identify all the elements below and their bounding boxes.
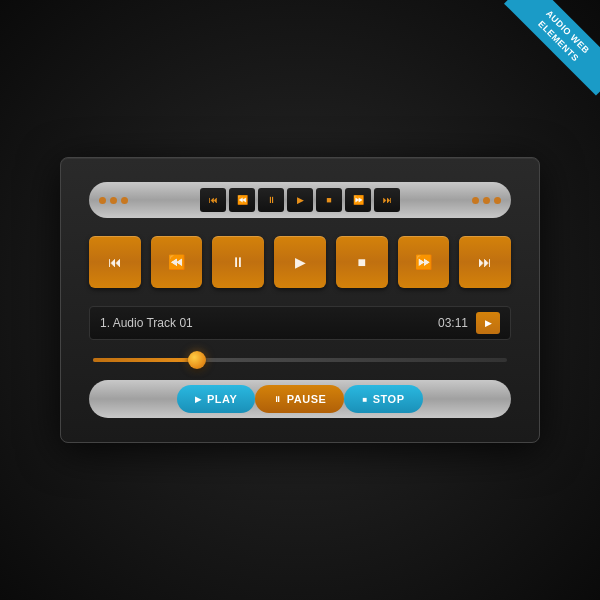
play-label: PLAY [207,393,237,405]
pause-compact-button[interactable]: ⏸ [258,188,284,212]
play-icon: ▶ [195,395,202,404]
stop-compact-button[interactable]: ■ [316,188,342,212]
compact-control-bar: ⏮ ⏪ ⏸ ▶ ■ ⏩ ⏭ [89,182,511,218]
next-large-button[interactable]: ⏩ [398,236,450,288]
pause-icon: ⏸ [273,395,282,404]
skip-forward-large-button[interactable]: ⏭ [459,236,511,288]
volume-slider-track[interactable] [93,358,507,362]
stop-label: STOP [373,393,405,405]
prev-large-button[interactable]: ⏪ [151,236,203,288]
slider-row [89,358,511,362]
action-bar: ▶ PLAY ⏸ PAUSE ■ STOP [89,380,511,418]
pause-action-button[interactable]: ⏸ PAUSE [255,385,344,413]
slider-fill [93,358,197,362]
skip-back-large-button[interactable]: ⏮ [89,236,141,288]
dots-right [472,197,501,204]
dot-1 [99,197,106,204]
track-play-button[interactable]: ▶ [476,312,500,334]
track-name: 1. Audio Track 01 [100,316,438,330]
audio-player-panel: ⏮ ⏪ ⏸ ▶ ■ ⏩ ⏭ ⏮ ⏪ ⏸ ▶ ■ ⏩ ⏭ 1. Audio Tra… [60,157,540,443]
stop-action-button[interactable]: ■ STOP [344,385,422,413]
compact-controls-group: ⏮ ⏪ ⏸ ▶ ■ ⏩ ⏭ [134,188,466,212]
next-compact-button[interactable]: ⏩ [345,188,371,212]
dot-6 [494,197,501,204]
stop-large-button[interactable]: ■ [336,236,388,288]
track-time: 03:11 [438,316,468,330]
play-large-button[interactable]: ▶ [274,236,326,288]
dots-left [99,197,128,204]
stop-icon: ■ [362,395,367,404]
dot-2 [110,197,117,204]
skip-forward-compact-button[interactable]: ⏭ [374,188,400,212]
dot-4 [472,197,479,204]
play-action-button[interactable]: ▶ PLAY [177,385,255,413]
corner-ribbon: AUDIO WEB ELEMENTS [490,0,600,110]
play-compact-button[interactable]: ▶ [287,188,313,212]
skip-back-compact-button[interactable]: ⏮ [200,188,226,212]
slider-thumb[interactable] [188,351,206,369]
ribbon-text: AUDIO WEB ELEMENTS [504,0,600,96]
prev-compact-button[interactable]: ⏪ [229,188,255,212]
dot-3 [121,197,128,204]
pause-large-button[interactable]: ⏸ [212,236,264,288]
track-row: 1. Audio Track 01 03:11 ▶ [89,306,511,340]
dot-5 [483,197,490,204]
large-button-row: ⏮ ⏪ ⏸ ▶ ■ ⏩ ⏭ [89,236,511,288]
pause-label: PAUSE [287,393,327,405]
